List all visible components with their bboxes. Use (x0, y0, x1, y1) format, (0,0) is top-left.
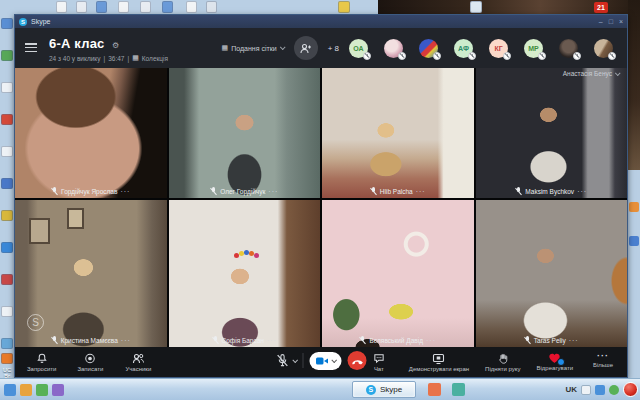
camera-button[interactable] (310, 352, 342, 370)
video-tile[interactable]: Maksim Bychkov··· (476, 68, 628, 198)
desktop-icon[interactable] (1, 18, 13, 29)
mic-muted-icon (515, 187, 522, 195)
desktop-icon[interactable] (118, 1, 129, 13)
taskbar-icon[interactable] (428, 383, 441, 396)
taskbar-icon[interactable] (52, 384, 64, 396)
avatar[interactable]: МР (524, 39, 543, 58)
mic-muted-icon (370, 187, 377, 195)
chevron-down-icon[interactable] (292, 357, 298, 363)
grid-icon: ▦ (222, 44, 229, 52)
mic-muted-icon (210, 187, 217, 195)
tile-name-label: Hlib Palcha··· (322, 187, 474, 195)
chat-button[interactable]: Чат (365, 352, 393, 372)
raise-hand-button[interactable]: Підняти руку (485, 352, 520, 372)
tile-more-icon[interactable]: ··· (426, 337, 436, 344)
close-button[interactable]: × (619, 18, 623, 25)
avatar[interactable] (419, 39, 438, 58)
taskbar-icon[interactable] (36, 384, 48, 396)
tile-more-icon[interactable]: ··· (577, 188, 587, 195)
video-tile[interactable]: Hlib Palcha··· (322, 68, 474, 198)
tile-name-label: Taras Peliy··· (476, 336, 628, 344)
skype-task-button[interactable]: S Skype (352, 381, 416, 398)
people-icon (132, 352, 145, 365)
gear-icon[interactable]: ⚙ (112, 41, 119, 50)
avatar[interactable] (594, 39, 613, 58)
desktop-icon[interactable] (76, 1, 87, 13)
invite-button[interactable]: Запросити (27, 352, 56, 372)
language-indicator[interactable]: UK (565, 385, 577, 394)
desktop-icon[interactable] (1, 274, 13, 285)
video-tile[interactable]: Бєлявський Давід··· (322, 200, 474, 347)
desktop-icon[interactable] (1, 50, 13, 61)
desktop-badge-icon[interactable]: 21 (594, 2, 608, 13)
video-tile[interactable]: Гордійчук Ярослав··· (15, 68, 167, 198)
avatar[interactable]: АФ (454, 39, 473, 58)
video-tile[interactable]: Олег Гордійчук··· (169, 68, 321, 198)
camera-icon (316, 355, 329, 367)
record-button[interactable]: Записати (76, 352, 104, 372)
end-call-button[interactable] (348, 351, 367, 370)
menu-button[interactable] (25, 43, 37, 52)
desktop-icon[interactable] (1, 210, 13, 221)
desktop-icon[interactable] (1, 338, 13, 349)
hover-participant-name[interactable]: Анастасія Бенус (563, 70, 619, 77)
tray-icon[interactable] (609, 385, 619, 395)
desktop-icon[interactable] (470, 1, 482, 13)
participants-count: 24 з 40 у виклику (49, 55, 101, 62)
grid-view-button[interactable]: ▦ Подання сітки (222, 44, 284, 52)
desktop-icon[interactable] (1, 146, 13, 157)
uc-browser-icon[interactable] (1, 353, 13, 364)
avatar[interactable]: КГ (489, 39, 508, 58)
tile-more-icon[interactable]: ··· (120, 188, 130, 195)
tray-icon[interactable] (595, 385, 605, 395)
avatar[interactable]: ОА (349, 39, 368, 58)
antivirus-tray-icon[interactable] (623, 382, 638, 397)
desktop-icon[interactable] (629, 236, 639, 246)
desktop-icon[interactable] (1, 82, 13, 93)
video-tile[interactable]: Taras Peliy··· (476, 200, 628, 347)
desktop-icon[interactable] (140, 1, 151, 13)
add-participant-button[interactable] (294, 36, 318, 60)
overflow-participants-count[interactable]: + 8 (328, 44, 339, 53)
window-titlebar[interactable]: S Skype – □ × (15, 15, 627, 28)
participants-button[interactable]: Учасники (124, 352, 152, 372)
desktop-icon[interactable] (96, 1, 107, 13)
tile-more-icon[interactable]: ··· (267, 337, 277, 344)
share-screen-button[interactable]: Демонструвати екран (409, 352, 469, 372)
call-subtitle: 24 з 40 у виклику | 36:47 | ▦ Колекція (49, 54, 168, 62)
desktop-icon[interactable] (162, 1, 173, 13)
taskbar-icon[interactable] (20, 384, 32, 396)
mic-off-icon (276, 353, 290, 368)
tile-more-icon[interactable]: ··· (268, 188, 278, 195)
desktop-icon[interactable] (1, 114, 13, 125)
chat-icon (373, 352, 385, 365)
desktop-icon[interactable] (629, 202, 639, 212)
desktop-icon[interactable] (1, 178, 13, 189)
taskbar-icon[interactable] (452, 383, 465, 396)
avatar[interactable] (384, 39, 403, 58)
desktop-icon[interactable] (206, 1, 217, 13)
tile-more-icon[interactable]: ··· (569, 337, 579, 344)
desktop-icon[interactable] (1, 306, 13, 317)
more-button[interactable]: ··· Більше (589, 352, 617, 372)
maximize-button[interactable]: □ (609, 18, 613, 25)
avatar[interactable] (559, 39, 578, 58)
mic-muted-icon (524, 336, 531, 344)
desktop-icon[interactable] (338, 1, 350, 13)
desktop: 21 UC Br S Skype – □ × 6-А клас ⚙ (0, 0, 640, 400)
desktop-icon[interactable] (56, 1, 67, 13)
react-button[interactable]: Відреагувати (537, 352, 573, 372)
chevron-down-icon[interactable] (331, 357, 337, 363)
taskbar: S Skype UK (0, 378, 640, 400)
video-tile[interactable]: Софія Барсан··· (169, 200, 321, 347)
view-mode-label: Колекція (142, 55, 168, 62)
desktop-icon[interactable] (186, 1, 197, 13)
desktop-icon[interactable] (1, 242, 13, 253)
tray-icon[interactable] (581, 385, 591, 395)
minimize-button[interactable]: – (599, 18, 603, 25)
record-icon (84, 352, 96, 365)
tile-more-icon[interactable]: ··· (416, 188, 426, 195)
taskbar-icon[interactable] (4, 384, 16, 396)
tile-more-icon[interactable]: ··· (121, 337, 131, 344)
mic-button[interactable] (276, 353, 297, 368)
